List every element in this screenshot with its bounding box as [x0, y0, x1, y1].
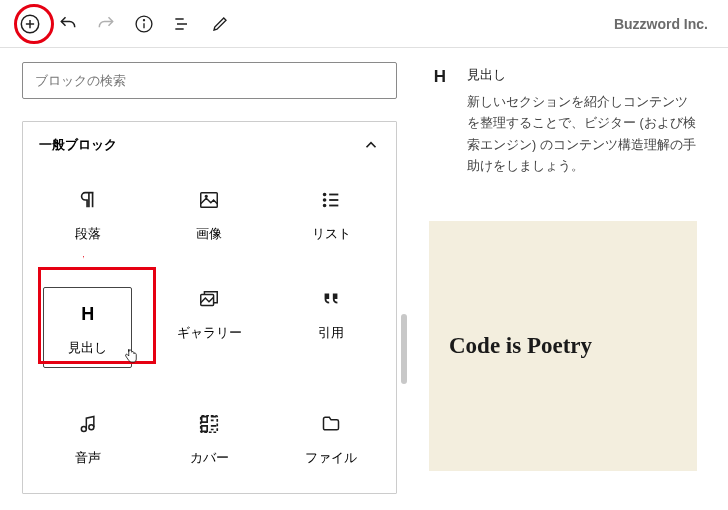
block-audio[interactable]: 音声 — [27, 402, 149, 475]
category-title: 一般ブロック — [39, 136, 117, 154]
svg-point-19 — [89, 425, 94, 430]
add-block-button[interactable] — [12, 6, 48, 42]
block-cover[interactable]: カバー — [149, 402, 271, 475]
preview-heading: Code is Poetry — [449, 333, 592, 359]
chevron-up-icon — [362, 136, 380, 154]
svg-point-18 — [81, 427, 86, 432]
scrollbar-thumb[interactable] — [401, 314, 407, 384]
undo-icon — [58, 14, 78, 34]
redo-button[interactable] — [88, 6, 124, 42]
block-label: 引用 — [318, 325, 344, 342]
brand-label: Buzzword Inc. — [614, 16, 716, 32]
svg-rect-20 — [201, 416, 218, 433]
block-label: 見出し — [68, 340, 107, 357]
heading-icon: H — [76, 302, 100, 326]
undo-button[interactable] — [50, 6, 86, 42]
block-label: リスト — [312, 226, 351, 243]
search-input[interactable] — [22, 62, 397, 99]
redo-icon — [96, 14, 116, 34]
paragraph-icon — [76, 188, 100, 212]
block-quote[interactable]: 引用 — [270, 277, 392, 376]
block-label: ファイル — [305, 450, 357, 467]
block-image[interactable]: 画像 — [149, 178, 271, 251]
svg-point-15 — [324, 205, 326, 207]
block-label: カバー — [190, 450, 229, 467]
block-paragraph[interactable]: 段落 — [27, 178, 149, 251]
svg-point-5 — [144, 19, 145, 20]
block-info-panel: H 見出し 新しいセクションを紹介しコンテンツを整理することで、ビジター (およ… — [415, 48, 728, 510]
block-label: 音声 — [75, 450, 101, 467]
info-icon — [134, 14, 154, 34]
audio-icon — [76, 412, 100, 436]
list-outline-icon — [172, 14, 192, 34]
gallery-icon — [197, 287, 221, 311]
block-label: 画像 — [196, 226, 222, 243]
block-preview: Code is Poetry — [429, 221, 697, 471]
block-gallery[interactable]: ギャラリー — [149, 277, 271, 376]
image-icon — [197, 188, 221, 212]
block-label: ギャラリー — [177, 325, 242, 342]
block-category: 一般ブロック 段落 画像 — [22, 121, 397, 494]
svg-point-13 — [324, 199, 326, 201]
quote-icon — [319, 287, 343, 311]
block-heading[interactable]: H 見出し — [27, 277, 149, 376]
block-file[interactable]: ファイル — [270, 402, 392, 475]
info-title: 見出し — [467, 66, 697, 84]
block-inserter-panel: 一般ブロック 段落 画像 — [0, 48, 415, 510]
block-label: 段落 — [75, 226, 101, 243]
file-icon — [319, 412, 343, 436]
info-button[interactable] — [126, 6, 162, 42]
block-list[interactable]: リスト — [270, 178, 392, 251]
list-icon — [319, 188, 343, 212]
outline-button[interactable] — [164, 6, 200, 42]
cover-icon — [197, 412, 221, 436]
svg-point-11 — [324, 194, 326, 196]
svg-point-10 — [206, 195, 208, 197]
plus-circle-icon — [19, 13, 41, 35]
edit-button[interactable] — [202, 6, 238, 42]
top-toolbar: Buzzword Inc. — [0, 0, 728, 48]
pencil-icon — [211, 15, 229, 33]
info-description: 新しいセクションを紹介しコンテンツを整理することで、ビジター (および検索エンジ… — [467, 92, 697, 177]
heading-icon: H — [429, 66, 451, 88]
category-toggle[interactable]: 一般ブロック — [23, 122, 396, 168]
